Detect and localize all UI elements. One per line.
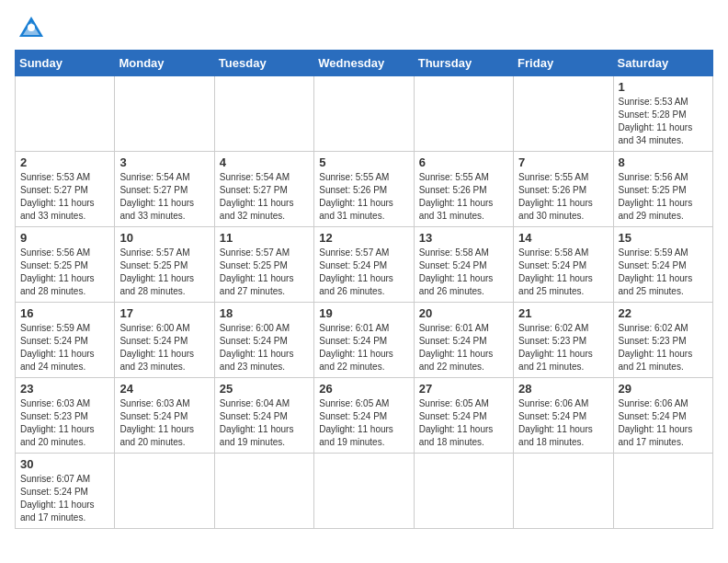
calendar-cell: 9Sunrise: 5:56 AM Sunset: 5:25 PM Daylig… [16, 227, 115, 303]
calendar-body: 1Sunrise: 5:53 AM Sunset: 5:28 PM Daylig… [16, 76, 713, 529]
calendar-cell: 11Sunrise: 5:57 AM Sunset: 5:25 PM Dayli… [214, 227, 313, 303]
calendar-cell [414, 454, 513, 529]
day-info: Sunrise: 5:59 AM Sunset: 5:24 PM Dayligh… [619, 247, 708, 298]
calendar-cell: 24Sunrise: 6:03 AM Sunset: 5:24 PM Dayli… [115, 378, 214, 454]
day-number: 1 [619, 80, 708, 94]
day-info: Sunrise: 6:05 AM Sunset: 5:24 PM Dayligh… [319, 397, 408, 449]
day-info: Sunrise: 5:55 AM Sunset: 5:26 PM Dayligh… [518, 171, 608, 223]
day-info: Sunrise: 6:02 AM Sunset: 5:23 PM Dayligh… [518, 322, 608, 373]
calendar-cell: 13Sunrise: 5:58 AM Sunset: 5:24 PM Dayli… [414, 227, 513, 303]
day-number: 23 [20, 382, 109, 396]
day-number: 12 [319, 231, 408, 245]
day-info: Sunrise: 6:05 AM Sunset: 5:24 PM Dayligh… [419, 397, 508, 449]
day-info: Sunrise: 5:58 AM Sunset: 5:24 PM Dayligh… [518, 247, 608, 298]
calendar-cell: 3Sunrise: 5:54 AM Sunset: 5:27 PM Daylig… [115, 152, 214, 227]
calendar-cell: 17Sunrise: 6:00 AM Sunset: 5:24 PM Dayli… [115, 303, 214, 378]
day-info: Sunrise: 5:57 AM Sunset: 5:25 PM Dayligh… [220, 247, 309, 298]
calendar-cell [514, 76, 613, 152]
calendar-cell: 25Sunrise: 6:04 AM Sunset: 5:24 PM Dayli… [214, 378, 313, 454]
day-info: Sunrise: 5:53 AM Sunset: 5:27 PM Dayligh… [20, 171, 109, 223]
calendar-header: SundayMondayTuesdayWednesdayThursdayFrid… [16, 51, 713, 76]
day-number: 7 [518, 155, 608, 169]
day-number: 21 [518, 306, 608, 320]
day-number: 11 [220, 231, 309, 245]
day-number: 18 [220, 306, 309, 320]
week-row-2: 2Sunrise: 5:53 AM Sunset: 5:27 PM Daylig… [16, 152, 713, 227]
day-info: Sunrise: 6:07 AM Sunset: 5:24 PM Dayligh… [20, 473, 109, 524]
day-info: Sunrise: 5:57 AM Sunset: 5:24 PM Dayligh… [319, 247, 408, 298]
calendar-cell: 21Sunrise: 6:02 AM Sunset: 5:23 PM Dayli… [514, 303, 613, 378]
calendar-cell: 22Sunrise: 6:02 AM Sunset: 5:23 PM Dayli… [613, 303, 712, 378]
calendar-cell: 15Sunrise: 5:59 AM Sunset: 5:24 PM Dayli… [613, 227, 712, 303]
calendar-cell: 20Sunrise: 6:01 AM Sunset: 5:24 PM Dayli… [414, 303, 513, 378]
calendar-cell [613, 454, 712, 529]
header-day-wednesday: Wednesday [314, 51, 414, 76]
day-info: Sunrise: 5:59 AM Sunset: 5:24 PM Dayligh… [20, 322, 109, 373]
calendar-cell: 29Sunrise: 6:06 AM Sunset: 5:24 PM Dayli… [613, 378, 712, 454]
calendar-cell: 27Sunrise: 6:05 AM Sunset: 5:24 PM Dayli… [414, 378, 513, 454]
day-number: 28 [518, 382, 608, 396]
calendar-cell: 2Sunrise: 5:53 AM Sunset: 5:27 PM Daylig… [16, 152, 115, 227]
day-number: 19 [319, 306, 408, 320]
day-info: Sunrise: 5:56 AM Sunset: 5:25 PM Dayligh… [619, 171, 708, 223]
day-info: Sunrise: 6:01 AM Sunset: 5:24 PM Dayligh… [319, 322, 408, 373]
day-info: Sunrise: 5:54 AM Sunset: 5:27 PM Dayligh… [220, 171, 309, 223]
day-info: Sunrise: 5:56 AM Sunset: 5:25 PM Dayligh… [20, 247, 109, 298]
day-number: 6 [419, 155, 508, 169]
calendar-cell [115, 454, 214, 529]
day-number: 24 [119, 382, 209, 396]
day-number: 30 [20, 457, 109, 471]
calendar-cell: 26Sunrise: 6:05 AM Sunset: 5:24 PM Dayli… [314, 378, 414, 454]
day-info: Sunrise: 6:00 AM Sunset: 5:24 PM Dayligh… [119, 322, 209, 373]
day-number: 17 [119, 306, 209, 320]
day-info: Sunrise: 6:00 AM Sunset: 5:24 PM Dayligh… [220, 322, 309, 373]
week-row-3: 9Sunrise: 5:56 AM Sunset: 5:25 PM Daylig… [16, 227, 713, 303]
calendar-cell: 1Sunrise: 5:53 AM Sunset: 5:28 PM Daylig… [613, 76, 712, 152]
calendar-cell [115, 76, 214, 152]
day-info: Sunrise: 6:03 AM Sunset: 5:24 PM Dayligh… [119, 397, 209, 449]
calendar-cell: 14Sunrise: 5:58 AM Sunset: 5:24 PM Dayli… [514, 227, 613, 303]
day-number: 8 [619, 155, 708, 169]
day-info: Sunrise: 5:55 AM Sunset: 5:26 PM Dayligh… [319, 171, 408, 223]
calendar-cell [414, 76, 513, 152]
calendar-cell: 5Sunrise: 5:55 AM Sunset: 5:26 PM Daylig… [314, 152, 414, 227]
day-number: 22 [619, 306, 708, 320]
day-number: 13 [419, 231, 508, 245]
day-info: Sunrise: 5:58 AM Sunset: 5:24 PM Dayligh… [419, 247, 508, 298]
calendar-cell: 4Sunrise: 5:54 AM Sunset: 5:27 PM Daylig… [214, 152, 313, 227]
day-number: 4 [220, 155, 309, 169]
logo-icon [17, 15, 45, 40]
calendar-cell: 28Sunrise: 6:06 AM Sunset: 5:24 PM Dayli… [514, 378, 613, 454]
day-info: Sunrise: 6:02 AM Sunset: 5:23 PM Dayligh… [619, 322, 708, 373]
calendar-cell: 16Sunrise: 5:59 AM Sunset: 5:24 PM Dayli… [16, 303, 115, 378]
calendar-cell: 7Sunrise: 5:55 AM Sunset: 5:26 PM Daylig… [514, 152, 613, 227]
day-number: 16 [20, 306, 109, 320]
day-number: 15 [619, 231, 708, 245]
calendar-cell [214, 76, 313, 152]
calendar-cell: 18Sunrise: 6:00 AM Sunset: 5:24 PM Dayli… [214, 303, 313, 378]
day-number: 2 [20, 155, 109, 169]
calendar-cell [314, 76, 414, 152]
header-day-sunday: Sunday [16, 51, 115, 76]
day-info: Sunrise: 6:06 AM Sunset: 5:24 PM Dayligh… [518, 397, 608, 449]
day-info: Sunrise: 5:57 AM Sunset: 5:25 PM Dayligh… [119, 247, 209, 298]
day-number: 9 [20, 231, 109, 245]
week-row-4: 16Sunrise: 5:59 AM Sunset: 5:24 PM Dayli… [16, 303, 713, 378]
day-number: 14 [518, 231, 608, 245]
day-info: Sunrise: 5:54 AM Sunset: 5:27 PM Dayligh… [119, 171, 209, 223]
header-day-saturday: Saturday [613, 51, 712, 76]
header-day-friday: Friday [514, 51, 613, 76]
day-number: 3 [119, 155, 209, 169]
calendar-cell [314, 454, 414, 529]
header-day-tuesday: Tuesday [214, 51, 313, 76]
day-number: 27 [419, 382, 508, 396]
header-day-thursday: Thursday [414, 51, 513, 76]
day-info: Sunrise: 5:53 AM Sunset: 5:28 PM Dayligh… [619, 96, 708, 147]
day-info: Sunrise: 6:04 AM Sunset: 5:24 PM Dayligh… [220, 397, 309, 449]
week-row-1: 1Sunrise: 5:53 AM Sunset: 5:28 PM Daylig… [16, 76, 713, 152]
calendar-cell: 10Sunrise: 5:57 AM Sunset: 5:25 PM Dayli… [115, 227, 214, 303]
logo [15, 15, 45, 40]
header-row: SundayMondayTuesdayWednesdayThursdayFrid… [16, 51, 713, 76]
calendar-cell [514, 454, 613, 529]
day-number: 20 [419, 306, 508, 320]
